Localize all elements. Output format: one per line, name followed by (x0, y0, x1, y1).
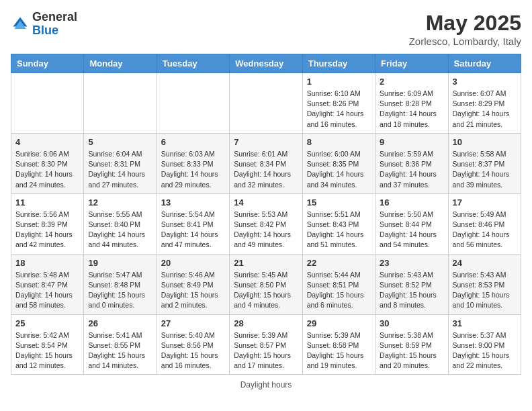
calendar-weekday-header: Wednesday (230, 54, 302, 73)
calendar-weekday-header: Saturday (448, 54, 521, 73)
day-number: 17 (453, 197, 517, 208)
day-number: 4 (15, 137, 79, 147)
calendar-weekday-header: Tuesday (157, 54, 229, 73)
day-number: 19 (88, 258, 152, 268)
day-number: 8 (307, 137, 371, 147)
day-info: Sunrise: 5:39 AM Sunset: 8:58 PM Dayligh… (307, 330, 371, 371)
day-number: 26 (88, 318, 152, 328)
calendar-day-cell: 8Sunrise: 6:00 AM Sunset: 8:35 PM Daylig… (302, 133, 375, 193)
calendar-day-cell: 1Sunrise: 6:10 AM Sunset: 8:26 PM Daylig… (302, 73, 375, 134)
month-title: May 2025 (409, 11, 521, 36)
day-number: 23 (380, 258, 443, 268)
day-info: Sunrise: 5:53 AM Sunset: 8:42 PM Dayligh… (234, 210, 298, 250)
calendar-header-row: SundayMondayTuesdayWednesdayThursdayFrid… (11, 54, 521, 73)
calendar-day-cell: 18Sunrise: 5:48 AM Sunset: 8:47 PM Dayli… (11, 254, 84, 314)
footer: Daylight hours (11, 380, 521, 390)
day-info: Sunrise: 5:55 AM Sunset: 8:40 PM Dayligh… (88, 210, 152, 250)
calendar-day-cell: 10Sunrise: 5:58 AM Sunset: 8:37 PM Dayli… (448, 133, 521, 193)
calendar-day-cell: 12Sunrise: 5:55 AM Sunset: 8:40 PM Dayli… (84, 193, 157, 254)
calendar-day-cell: 9Sunrise: 5:59 AM Sunset: 8:36 PM Daylig… (375, 133, 448, 193)
day-info: Sunrise: 6:10 AM Sunset: 8:26 PM Dayligh… (307, 89, 371, 130)
day-info: Sunrise: 5:39 AM Sunset: 8:57 PM Dayligh… (234, 330, 298, 371)
day-info: Sunrise: 5:37 AM Sunset: 9:00 PM Dayligh… (453, 330, 517, 371)
day-number: 10 (453, 137, 517, 147)
calendar-day-cell: 30Sunrise: 5:38 AM Sunset: 8:59 PM Dayli… (375, 314, 448, 375)
day-info: Sunrise: 6:09 AM Sunset: 8:28 PM Dayligh… (380, 89, 443, 130)
calendar-day-cell: 21Sunrise: 5:45 AM Sunset: 8:50 PM Dayli… (230, 254, 302, 314)
calendar-day-cell: 11Sunrise: 5:56 AM Sunset: 8:39 PM Dayli… (11, 193, 84, 254)
day-info: Sunrise: 5:47 AM Sunset: 8:48 PM Dayligh… (88, 270, 152, 311)
calendar-day-cell: 20Sunrise: 5:46 AM Sunset: 8:49 PM Dayli… (157, 254, 229, 314)
calendar-week-row: 4Sunrise: 6:06 AM Sunset: 8:30 PM Daylig… (11, 133, 521, 193)
day-number: 31 (453, 318, 517, 328)
day-number: 11 (15, 197, 79, 208)
calendar-weekday-header: Monday (84, 54, 157, 73)
calendar-day-cell: 26Sunrise: 5:41 AM Sunset: 8:55 PM Dayli… (84, 314, 157, 375)
day-number: 6 (161, 137, 225, 147)
day-number: 30 (380, 318, 443, 328)
calendar-day-cell (84, 73, 157, 134)
calendar-weekday-header: Thursday (302, 54, 375, 73)
daylight-hours-label: Daylight hours (240, 380, 292, 390)
day-info: Sunrise: 5:58 AM Sunset: 8:37 PM Dayligh… (453, 149, 517, 190)
day-info: Sunrise: 5:42 AM Sunset: 8:54 PM Dayligh… (15, 330, 79, 371)
calendar-day-cell: 31Sunrise: 5:37 AM Sunset: 9:00 PM Dayli… (448, 314, 521, 375)
day-number: 21 (234, 258, 298, 268)
location-text: Zorlesco, Lombardy, Italy (409, 36, 521, 47)
calendar-week-row: 1Sunrise: 6:10 AM Sunset: 8:26 PM Daylig… (11, 73, 521, 134)
calendar-day-cell: 25Sunrise: 5:42 AM Sunset: 8:54 PM Dayli… (11, 314, 84, 375)
day-info: Sunrise: 6:04 AM Sunset: 8:31 PM Dayligh… (88, 149, 152, 190)
calendar-day-cell: 17Sunrise: 5:49 AM Sunset: 8:46 PM Dayli… (448, 193, 521, 254)
day-number: 3 (453, 77, 517, 87)
day-number: 28 (234, 318, 298, 328)
calendar-day-cell: 14Sunrise: 5:53 AM Sunset: 8:42 PM Dayli… (230, 193, 302, 254)
calendar-day-cell (157, 73, 229, 134)
calendar-day-cell: 13Sunrise: 5:54 AM Sunset: 8:41 PM Dayli… (157, 193, 229, 254)
calendar-day-cell (11, 73, 84, 134)
day-number: 16 (380, 197, 443, 208)
day-number: 18 (15, 258, 79, 268)
day-number: 9 (380, 137, 443, 147)
day-info: Sunrise: 5:50 AM Sunset: 8:44 PM Dayligh… (380, 210, 443, 250)
day-number: 20 (161, 258, 225, 268)
calendar-day-cell: 16Sunrise: 5:50 AM Sunset: 8:44 PM Dayli… (375, 193, 448, 254)
day-info: Sunrise: 5:41 AM Sunset: 8:55 PM Dayligh… (88, 330, 152, 371)
calendar-weekday-header: Friday (375, 54, 448, 73)
day-info: Sunrise: 5:44 AM Sunset: 8:51 PM Dayligh… (307, 270, 371, 311)
day-info: Sunrise: 6:07 AM Sunset: 8:29 PM Dayligh… (453, 89, 517, 130)
day-number: 22 (307, 258, 371, 268)
day-number: 5 (88, 137, 152, 147)
calendar-day-cell: 19Sunrise: 5:47 AM Sunset: 8:48 PM Dayli… (84, 254, 157, 314)
day-number: 25 (15, 318, 79, 328)
calendar-day-cell: 23Sunrise: 5:43 AM Sunset: 8:52 PM Dayli… (375, 254, 448, 314)
logo-icon (11, 15, 30, 34)
title-block: May 2025 Zorlesco, Lombardy, Italy (409, 11, 521, 47)
day-number: 2 (380, 77, 443, 87)
calendar-week-row: 18Sunrise: 5:48 AM Sunset: 8:47 PM Dayli… (11, 254, 521, 314)
calendar-day-cell: 5Sunrise: 6:04 AM Sunset: 8:31 PM Daylig… (84, 133, 157, 193)
calendar-table: SundayMondayTuesdayWednesdayThursdayFrid… (11, 54, 521, 375)
calendar-day-cell: 6Sunrise: 6:03 AM Sunset: 8:33 PM Daylig… (157, 133, 229, 193)
calendar-day-cell: 15Sunrise: 5:51 AM Sunset: 8:43 PM Dayli… (302, 193, 375, 254)
day-info: Sunrise: 6:03 AM Sunset: 8:33 PM Dayligh… (161, 149, 225, 190)
logo: General Blue (11, 11, 77, 38)
calendar-day-cell (230, 73, 302, 134)
day-info: Sunrise: 5:48 AM Sunset: 8:47 PM Dayligh… (15, 270, 79, 311)
calendar-day-cell: 7Sunrise: 6:01 AM Sunset: 8:34 PM Daylig… (230, 133, 302, 193)
day-number: 27 (161, 318, 225, 328)
logo-general-text: General (32, 10, 77, 24)
day-info: Sunrise: 5:56 AM Sunset: 8:39 PM Dayligh… (15, 210, 79, 250)
calendar-day-cell: 2Sunrise: 6:09 AM Sunset: 8:28 PM Daylig… (375, 73, 448, 134)
day-number: 14 (234, 197, 298, 208)
calendar-week-row: 11Sunrise: 5:56 AM Sunset: 8:39 PM Dayli… (11, 193, 521, 254)
calendar-day-cell: 24Sunrise: 5:43 AM Sunset: 8:53 PM Dayli… (448, 254, 521, 314)
day-number: 15 (307, 197, 371, 208)
day-number: 29 (307, 318, 371, 328)
day-info: Sunrise: 5:51 AM Sunset: 8:43 PM Dayligh… (307, 210, 371, 250)
day-info: Sunrise: 5:45 AM Sunset: 8:50 PM Dayligh… (234, 270, 298, 311)
day-info: Sunrise: 5:43 AM Sunset: 8:53 PM Dayligh… (453, 270, 517, 311)
day-number: 12 (88, 197, 152, 208)
day-info: Sunrise: 5:40 AM Sunset: 8:56 PM Dayligh… (161, 330, 225, 371)
calendar-day-cell: 3Sunrise: 6:07 AM Sunset: 8:29 PM Daylig… (448, 73, 521, 134)
calendar-day-cell: 28Sunrise: 5:39 AM Sunset: 8:57 PM Dayli… (230, 314, 302, 375)
